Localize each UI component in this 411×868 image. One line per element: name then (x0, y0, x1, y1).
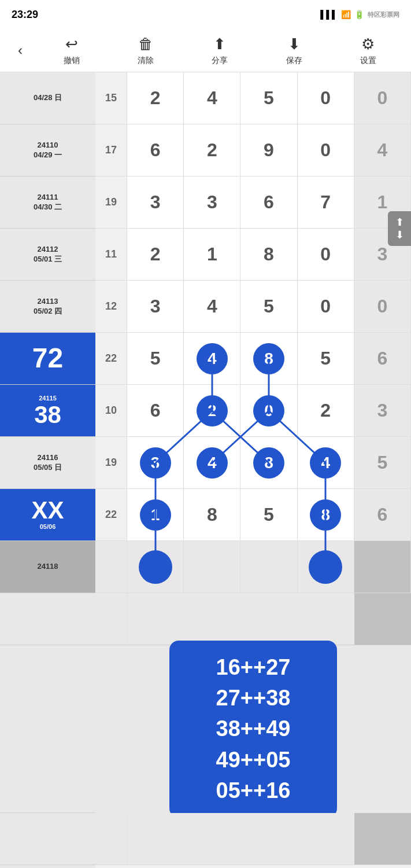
sidebar-row-6: 24115 38 (0, 385, 95, 437)
cell-5-1: 4 (184, 333, 240, 384)
clear-button[interactable]: 🗑 清除 (138, 35, 154, 66)
draw-num-1: 17 (95, 124, 127, 176)
battery-icon: 🔋 (354, 10, 364, 19)
pred-line-4: 05++16 (187, 775, 320, 806)
cell-9-0 (127, 541, 184, 593)
share-button[interactable]: ⬆ 分享 (212, 35, 228, 66)
status-icons: ▌▌▌ 📶 🔋 特区彩票网 (320, 10, 399, 19)
cell-9-2 (240, 541, 297, 593)
cell-4-1: 4 (184, 281, 240, 332)
cell-1-1: 2 (184, 124, 240, 176)
back-icon: ‹ (18, 42, 23, 58)
sidebar-empty-1 (0, 593, 95, 645)
undo-button[interactable]: ↩ 撤销 (64, 35, 80, 66)
wifi-icon: 📶 (341, 10, 351, 19)
cell-7-3: 4 (298, 437, 354, 488)
back-button[interactable]: ‹ (6, 42, 35, 58)
draw-num-7: 19 (95, 437, 127, 488)
cell-0-1: 4 (184, 72, 240, 124)
circle-6-2: 0 (253, 395, 284, 426)
cell-9-1 (184, 541, 240, 593)
sidebar-row-5: 72 (0, 333, 95, 385)
draw-num-5: 22 (95, 333, 127, 384)
circle-8-3: 8 (310, 499, 341, 531)
share-label: 分享 (212, 56, 228, 66)
circle-7-3: 4 (310, 447, 341, 479)
save-button[interactable]: ⬇ 保存 (286, 35, 302, 66)
toolbar: ‹ ↩ 撤销 🗑 清除 ⬆ 分享 ⬇ 保存 ⚙ 设置 (0, 29, 411, 72)
cell-8-2: 5 (240, 489, 297, 540)
draw-num-6: 10 (95, 385, 127, 436)
undo-icon: ↩ (65, 35, 78, 53)
cell-4-0: 3 (127, 281, 184, 332)
cell-5-last: 6 (354, 333, 411, 384)
cell-7-0: 3 (127, 437, 184, 488)
draw-num-9 (95, 541, 127, 593)
circle-7-1: 4 (197, 447, 228, 479)
cell-6-2: 0 (240, 385, 297, 436)
prediction-box: 16++27 27++38 38++49 49++05 05++16 (169, 641, 337, 818)
circle-6-1: 2 (197, 395, 228, 426)
scroll-button[interactable]: ⬆⬇ (388, 211, 411, 246)
cell-7-1: 4 (184, 437, 240, 488)
cell-9-3 (298, 541, 354, 593)
bottom-empty (95, 813, 411, 865)
pred-line-2: 38++49 (187, 713, 320, 744)
draw-num-2: 19 (95, 176, 127, 228)
cell-6-last: 3 (354, 385, 411, 436)
cell-6-3: 2 (298, 385, 354, 436)
clear-icon: 🗑 (138, 35, 153, 53)
cell-6-1: 2 (184, 385, 240, 436)
watermark-text: 特区彩票网 (368, 10, 399, 19)
cell-3-0: 2 (127, 229, 184, 280)
cell-7-2: 8 (240, 437, 297, 488)
dot-9-0 (139, 550, 172, 584)
sidebar-pred (0, 645, 95, 813)
table-area: 15 2 4 5 0 0 17 6 2 9 0 4 19 3 3 6 7 1 1… (95, 72, 411, 868)
data-row-7: 19 3 4 8 4 5 (95, 437, 411, 489)
sidebar-row-0: 04/28 日 (0, 72, 95, 124)
sidebar: 04/28 日 2411004/29 一 2411104/30 二 241120… (0, 72, 95, 868)
pred-line-0: 16++27 (187, 652, 320, 683)
cell-4-last: 0 (354, 281, 411, 332)
share-icon: ⬆ (213, 35, 226, 53)
circle-7-0: 3 (140, 447, 171, 479)
circle-5-2: 8 (253, 343, 284, 374)
data-row-4: 12 3 4 5 0 0 (95, 281, 411, 333)
sidebar-row-9: 24118 (0, 541, 95, 593)
sidebar-row-8: XX 05/06 (0, 489, 95, 541)
data-row-8: 22 1 8 5 8 6 (95, 489, 411, 541)
settings-button[interactable]: ⚙ 设置 (360, 35, 376, 66)
sidebar-row-7: 2411605/05 日 (0, 437, 95, 489)
data-row-2: 19 3 3 6 7 1 (95, 176, 411, 229)
pred-line-1: 27++38 (187, 683, 320, 713)
settings-label: 设置 (360, 56, 376, 66)
circle-5-1: 4 (197, 343, 228, 374)
cell-2-2: 6 (240, 176, 297, 228)
sidebar-row-2: 2411104/30 二 (0, 176, 95, 229)
circle-7-2: 8 (253, 447, 284, 479)
draw-num-3: 11 (95, 229, 127, 280)
data-row-1: 17 6 2 9 0 4 (95, 124, 411, 176)
settings-icon: ⚙ (361, 35, 375, 53)
cell-1-0: 6 (127, 124, 184, 176)
cell-5-0: 5 (127, 333, 184, 384)
empty-row-after-grid (95, 593, 411, 645)
cell-8-0: 1 (127, 489, 184, 540)
sidebar-row-1: 2411004/29 一 (0, 124, 95, 176)
draw-num-0: 15 (95, 72, 127, 124)
sidebar-row-4: 2411305/02 四 (0, 281, 95, 333)
cell-1-last: 4 (354, 124, 411, 176)
save-label: 保存 (286, 56, 302, 66)
cell-8-3: 8 (298, 489, 354, 540)
cell-8-1: 8 (184, 489, 240, 540)
cell-3-1: 1 (184, 229, 240, 280)
cell-1-2: 9 (240, 124, 297, 176)
cell-0-3: 0 (298, 72, 354, 124)
data-row-3: 11 2 1 8 0 3 (95, 229, 411, 281)
cell-0-2: 5 (240, 72, 297, 124)
cell-6-0: 6 (127, 385, 184, 436)
scroll-icon: ⬆⬇ (395, 216, 404, 241)
cell-7-last: 5 (354, 437, 411, 488)
pred-line-3: 49++05 (187, 745, 320, 775)
